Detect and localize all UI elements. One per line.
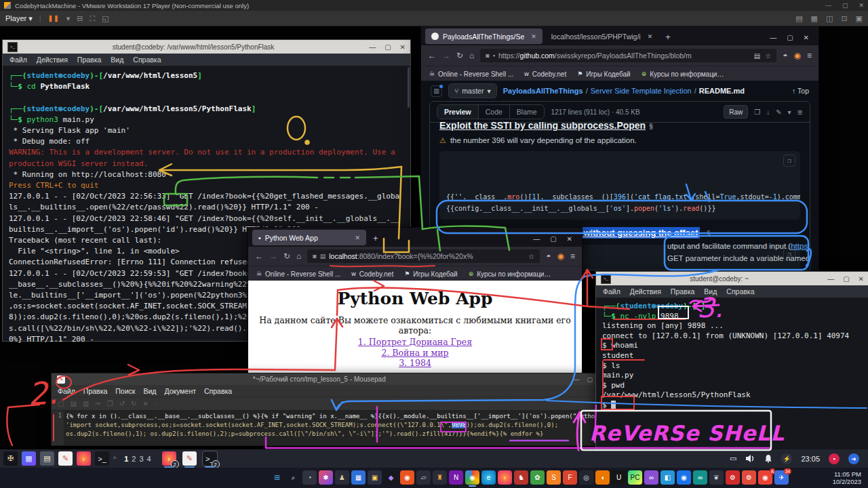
tab-blame[interactable]: Blame [510, 105, 544, 119]
maximize-button[interactable]: ▢ [550, 235, 556, 243]
app-menu-icon[interactable]: ≡ [807, 51, 812, 60]
maximize-button[interactable]: ▢ [787, 34, 793, 41]
chrome-icon[interactable]: ◉ [465, 470, 479, 485]
firefox-task[interactable]: ◗2 [162, 451, 176, 466]
breadcrumb-folder[interactable]: Server Side Template Injection [591, 87, 692, 95]
maximize-button[interactable]: ▢ [587, 376, 593, 383]
tracking-shield-icon[interactable]: ◙ [486, 52, 489, 59]
tab-close-icon[interactable]: ✕ [648, 33, 653, 40]
code-block-subprocess[interactable]: ❐ {{''.__class__.mro()[1].__subclasses__… [439, 151, 800, 220]
updates-icon[interactable]: ➜ [848, 453, 859, 464]
edit-pencil-icon[interactable]: ✎ [776, 108, 781, 116]
blender-icon[interactable]: ◖ [595, 470, 610, 485]
close-button[interactable]: ✕ [400, 43, 406, 51]
editor-text[interactable]: {% for x in ().__class__.__base__.__subc… [64, 411, 598, 445]
red-tool-icon[interactable]: ♞ [514, 470, 528, 485]
mousepad-launcher-icon[interactable]: ✎ [58, 451, 73, 466]
reload-button[interactable]: ↻ [283, 251, 290, 261]
vm-device-icon[interactable]: ◫ [826, 14, 833, 23]
menu-item[interactable]: Справка [204, 387, 232, 395]
vm-toolbar-icon[interactable]: ⛶ [90, 14, 95, 23]
outline-icon[interactable]: ≣ [797, 108, 803, 116]
vm-clock[interactable]: 23:05 [801, 455, 820, 463]
vm-device-icon[interactable]: ⊡ [841, 14, 847, 23]
toolbar-icon[interactable]: ↺ [119, 400, 125, 407]
book-link-2[interactable]: 2. Война и мир [248, 348, 582, 359]
toolbar-icon[interactable]: ▤ [70, 400, 76, 407]
firefox-account-icon[interactable]: ◉ [794, 51, 801, 60]
reload-button[interactable]: ↻ [456, 51, 463, 60]
launcher-expand-icon[interactable]: ^ [113, 455, 116, 462]
bookmark-item[interactable]: ☠Online - Reverse Shell ... [256, 270, 340, 278]
vmware-close-button[interactable]: ✕ [859, 2, 864, 9]
menu-item[interactable]: Справка [726, 287, 754, 296]
pycharm-icon[interactable]: PC [628, 470, 642, 485]
menu-item[interactable]: Правка [77, 56, 101, 64]
tab-python-web-app[interactable]: • Python Web App ✕ [252, 230, 366, 245]
tab-close-icon[interactable]: ✕ [531, 33, 536, 40]
windows-clock[interactable]: 11:05 PM 10/2/2023 [833, 470, 861, 485]
tracking-shield-icon[interactable]: ◙ [313, 253, 316, 260]
terminal-launcher-icon[interactable]: >_ [95, 451, 109, 466]
menu-item[interactable]: Вид [111, 56, 123, 64]
screen-lock-icon[interactable]: ▪ [829, 453, 840, 464]
orange-tool-icon[interactable]: ♜ [433, 470, 447, 485]
branch-selector[interactable]: ⑂ master ▾ [448, 83, 497, 98]
speedtest-app-icon[interactable]: ◔ [302, 470, 317, 485]
windows-start-icon[interactable]: ⊞ [270, 470, 284, 485]
menu-item[interactable]: Действия [37, 56, 68, 64]
menu-item[interactable]: Файл [603, 287, 620, 296]
minimize-button[interactable]: — [573, 376, 579, 383]
menu-item[interactable]: Поиск [115, 387, 135, 395]
diagram-app-icon[interactable]: ✱ [319, 470, 333, 485]
pocket-icon[interactable]: ◓ [546, 251, 551, 261]
power-manager-icon[interactable]: ⚡ [781, 453, 792, 464]
virtualbox-icon[interactable]: ▱ [416, 470, 431, 485]
bookmark-item[interactable]: wCodeby.net [351, 270, 393, 278]
menu-item[interactable]: Действия [630, 287, 661, 296]
app-grid-icon[interactable]: ▦ [22, 451, 36, 466]
tab-close-icon[interactable]: ✕ [355, 235, 360, 241]
kali-menu-icon[interactable]: ✠ [3, 451, 18, 466]
vm-toolbar-icon[interactable]: ◱ [102, 14, 108, 23]
toolbar-icon[interactable]: ◌ [155, 400, 159, 407]
toolbar-icon[interactable]: ❐ [107, 400, 113, 407]
bookmark-item[interactable]: ⚑Игры Кодебай [577, 70, 631, 78]
vm-device-icon[interactable]: ▦ [811, 14, 818, 23]
vm-pause-caret[interactable]: ▾ [66, 14, 71, 23]
mousepad-titlebar[interactable]: ✎ *~/Рабочий стол/tmp_lesson_5 - Mousepa… [52, 373, 598, 385]
minimize-button[interactable]: — [533, 235, 540, 243]
forward-button[interactable]: → [442, 51, 450, 60]
file-manager-icon[interactable]: ▤ [40, 451, 54, 466]
workspace-number[interactable]: 1 [124, 455, 128, 463]
pocket-icon[interactable]: ◓ [783, 51, 787, 60]
player-menu[interactable]: Player ▾ [5, 14, 33, 23]
menu-item[interactable]: Справка [133, 56, 161, 64]
minimize-button[interactable]: — [827, 275, 834, 283]
toolbar-icon[interactable]: ▥ [83, 400, 89, 407]
f-app-icon[interactable]: F [563, 470, 577, 485]
vmware-maximize-button[interactable]: ▢ [842, 2, 848, 9]
tab-payloadsallthethings[interactable]: PayloadsAllTheThings/Se ✕ [425, 28, 542, 44]
app-menu-icon[interactable]: ≡ [570, 251, 575, 261]
copy-code-icon[interactable]: ❐ [783, 155, 795, 167]
file-tree-toggle-icon[interactable]: ▥ [431, 85, 442, 97]
edit-caret-icon[interactable]: ▾ [788, 108, 791, 116]
terminal-task[interactable]: >_2 [203, 451, 217, 466]
workspace-number[interactable]: 4 [147, 455, 151, 463]
vscode-icon[interactable]: ◧ [660, 470, 675, 485]
vm-device-icon[interactable]: ▤ [795, 14, 802, 23]
breadcrumb-repo[interactable]: PayloadsAllTheThings [503, 87, 583, 95]
vm-pause-button[interactable]: ❚❚ [48, 15, 60, 22]
back-to-top-link[interactable]: ↑ Top [792, 87, 809, 95]
menu-item[interactable]: Правка [671, 287, 694, 296]
toolbar-icon[interactable]: ✕ [143, 400, 149, 407]
minimize-button[interactable]: — [369, 43, 376, 51]
bookmark-star-icon[interactable]: ☆ [765, 52, 771, 60]
chrome-profile-icon[interactable]: ◉A [758, 470, 772, 485]
copy-raw-icon[interactable]: ❐ [754, 108, 760, 116]
twitter-link[interactable]: https://twitter.com/SecGus [791, 242, 810, 250]
menu-item[interactable]: Документ [164, 387, 196, 395]
bookmark-item[interactable]: ☠Online - Reverse Shell ... [429, 70, 513, 78]
anchor-link-icon[interactable]: § [707, 230, 711, 237]
